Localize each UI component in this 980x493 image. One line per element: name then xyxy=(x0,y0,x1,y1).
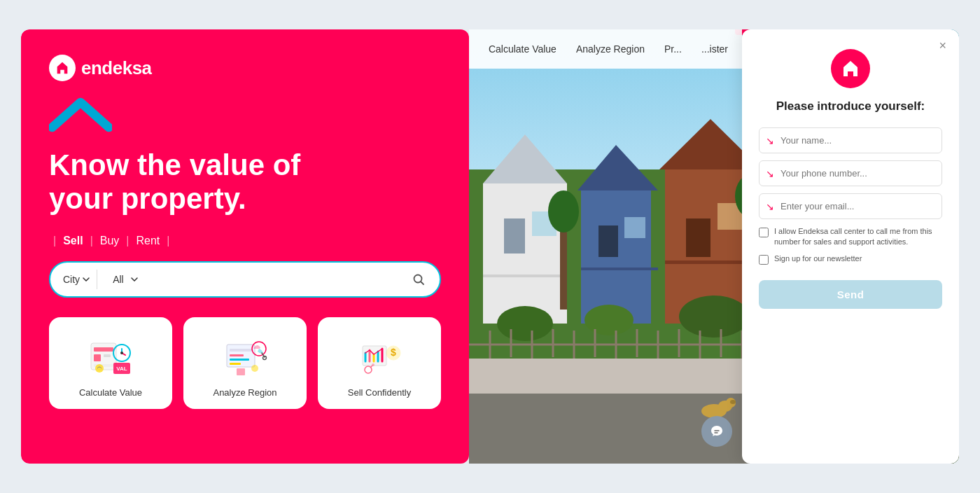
svg-rect-43 xyxy=(483,275,567,277)
svg-rect-95 xyxy=(560,225,567,310)
calculate-label: Calculate Value xyxy=(79,387,142,398)
analyze-region-card[interactable]: Analyze Region xyxy=(183,317,307,409)
sell-confidently-card[interactable]: $ Sell Confidently xyxy=(318,317,441,409)
tab-sell[interactable]: Sell xyxy=(60,233,85,249)
tab-rent[interactable]: Rent xyxy=(134,233,163,249)
svg-point-0 xyxy=(414,275,422,282)
svg-point-65 xyxy=(584,305,634,335)
city-label: City xyxy=(63,274,80,285)
svg-point-64 xyxy=(497,306,553,341)
svg-rect-51 xyxy=(686,218,710,257)
search-bar: City All xyxy=(49,261,441,298)
all-label: All xyxy=(113,274,124,285)
svg-text:VAL: VAL xyxy=(116,366,127,372)
analyze-illustration xyxy=(217,331,273,380)
svg-point-66 xyxy=(679,296,749,338)
name-input-icon: ↘ xyxy=(766,135,774,146)
allow-calls-checkbox-group: I allow Endeksa call center to call me f… xyxy=(759,226,942,248)
svg-rect-47 xyxy=(624,217,645,238)
svg-line-1 xyxy=(421,282,424,284)
svg-point-104 xyxy=(730,400,736,404)
modal-panel: × Please introduce yourself: ↘ ↘ ↘ I all… xyxy=(742,29,959,464)
newsletter-checkbox[interactable] xyxy=(759,255,769,265)
feature-cards: VAL Calculate Value xyxy=(49,317,441,409)
sell-label: Sell Confidently xyxy=(348,387,411,398)
calculate-value-card[interactable]: VAL Calculate Value xyxy=(49,317,172,409)
svg-rect-48 xyxy=(581,268,658,270)
svg-rect-22 xyxy=(237,368,245,375)
phone-input-icon: ↘ xyxy=(766,168,774,179)
email-input[interactable] xyxy=(759,193,942,219)
name-input-group: ↘ xyxy=(759,127,942,153)
email-input-group: ↘ xyxy=(759,193,942,219)
nav-register[interactable]: ...ister xyxy=(701,43,728,55)
phone-input[interactable] xyxy=(759,160,942,186)
svg-rect-4 xyxy=(94,354,101,361)
newsletter-label: Sign up for our newsletter xyxy=(774,254,862,264)
logo-area: endeksa xyxy=(49,55,441,81)
svg-rect-41 xyxy=(504,218,525,254)
search-button[interactable] xyxy=(406,267,431,292)
nav-analyze[interactable]: Analyze Region xyxy=(576,43,645,55)
email-input-icon: ↘ xyxy=(766,201,774,212)
nav-bar: Calculate Value Analyze Region Pr... ...… xyxy=(469,29,742,69)
tab-buy[interactable]: Buy xyxy=(97,233,122,249)
svg-rect-3 xyxy=(94,347,113,352)
all-dropdown[interactable]: All xyxy=(103,270,400,289)
phone-input-group: ↘ xyxy=(759,160,942,186)
tab-nav: | Sell | Buy | Rent | xyxy=(49,233,441,249)
svg-point-10 xyxy=(120,352,123,354)
calculate-illustration: VAL xyxy=(83,331,139,380)
sell-illustration: $ xyxy=(351,331,407,380)
svg-rect-17 xyxy=(230,359,249,361)
svg-rect-5 xyxy=(104,354,111,357)
chevron-icon xyxy=(49,95,441,137)
analyze-label: Analyze Region xyxy=(213,387,276,398)
modal-title: Please introduce yourself: xyxy=(776,99,925,113)
svg-rect-18 xyxy=(230,363,241,365)
hero-heading: Know the value of your property. xyxy=(49,148,441,216)
allow-calls-label: I allow Endeksa call center to call me f… xyxy=(774,226,942,248)
modal-logo xyxy=(831,49,870,88)
svg-point-96 xyxy=(548,190,579,232)
svg-rect-15 xyxy=(230,349,252,352)
chat-button[interactable] xyxy=(701,416,732,447)
modal-close-button[interactable]: × xyxy=(939,39,946,52)
name-input[interactable] xyxy=(759,127,942,153)
logo-text: endeksa xyxy=(81,57,152,79)
svg-point-23 xyxy=(251,365,258,372)
svg-rect-16 xyxy=(230,354,244,356)
pink-panel: endeksa Know the value of your property.… xyxy=(21,29,469,464)
send-button[interactable]: Send xyxy=(759,280,942,309)
svg-point-13 xyxy=(95,364,104,373)
nav-pricing[interactable]: Pr... xyxy=(664,43,682,55)
allow-calls-checkbox[interactable] xyxy=(759,228,769,237)
svg-point-21 xyxy=(263,356,267,359)
city-dropdown[interactable]: City xyxy=(56,270,97,289)
svg-point-34 xyxy=(372,363,374,366)
newsletter-checkbox-group: Sign up for our newsletter xyxy=(759,254,942,265)
main-wrapper: endeksa Know the value of your property.… xyxy=(21,29,959,464)
svg-text:$: $ xyxy=(391,347,396,358)
logo-icon xyxy=(49,55,76,81)
svg-rect-46 xyxy=(598,225,618,257)
nav-calculate[interactable]: Calculate Value xyxy=(489,43,556,55)
